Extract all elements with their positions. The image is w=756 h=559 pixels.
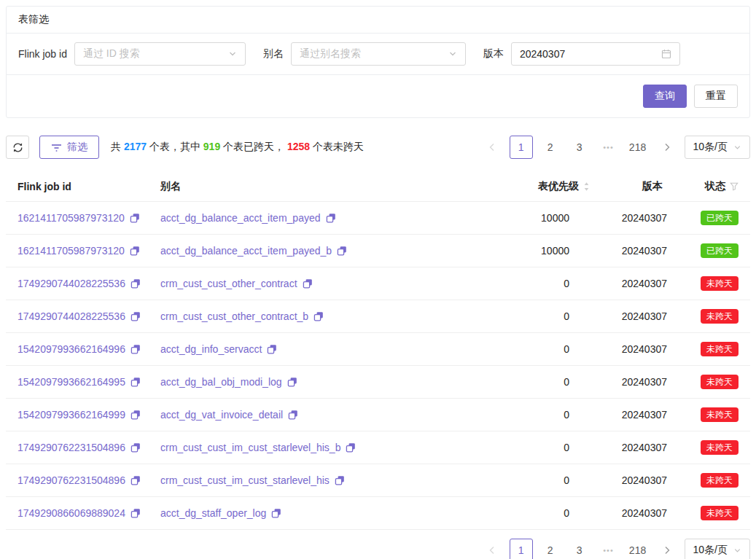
sort-carets-icon[interactable] xyxy=(583,181,590,192)
page-button-1[interactable]: 1 xyxy=(510,539,533,559)
job-id-link[interactable]: 1621411705987973120 xyxy=(17,212,125,224)
reset-button[interactable]: 重置 xyxy=(694,85,738,108)
copy-icon[interactable] xyxy=(303,278,313,289)
copy-icon[interactable] xyxy=(130,475,141,485)
col-header-alias: 别名 xyxy=(149,172,505,202)
copy-icon[interactable] xyxy=(130,344,141,354)
col-header-priority[interactable]: 表优先级 xyxy=(505,172,601,202)
priority-value: 0 xyxy=(505,366,601,399)
alias-link[interactable]: crm_cust_cust_other_contract_b xyxy=(160,310,308,322)
jobid-select[interactable]: 通过 ID 搜索 xyxy=(74,42,246,66)
alias-link[interactable]: acct_dg_info_servacct xyxy=(160,343,262,355)
copy-icon[interactable] xyxy=(130,377,141,387)
priority-value: 10000 xyxy=(505,202,601,235)
priority-value: 0 xyxy=(505,399,601,431)
status-badge: 未跨天 xyxy=(701,473,739,488)
copy-icon[interactable] xyxy=(287,377,297,387)
status-badge: 未跨天 xyxy=(701,506,739,520)
alias-link[interactable]: crm_cust_cust_other_contract xyxy=(160,278,297,289)
copy-icon[interactable] xyxy=(271,508,281,518)
priority-value: 0 xyxy=(505,333,601,366)
table-row: 1749290744028225536 crm_cust_cust_other_… xyxy=(6,300,750,333)
page-button-3[interactable]: 3 xyxy=(568,136,591,159)
version-date-input[interactable]: 20240307 xyxy=(511,42,680,66)
col-header-status[interactable]: 状态 xyxy=(674,172,750,202)
copy-icon[interactable] xyxy=(326,213,336,223)
page-size-select[interactable]: 10条/页 xyxy=(685,539,750,559)
priority-value: 10000 xyxy=(505,235,601,267)
page-button-2[interactable]: 2 xyxy=(539,136,562,159)
version-value: 20240307 xyxy=(601,267,674,300)
copy-icon[interactable] xyxy=(130,246,140,256)
tables-table: Flink job id 别名 表优先级 版本 状态 xyxy=(6,172,750,530)
refresh-button[interactable] xyxy=(6,136,29,159)
alias-link[interactable]: crm_cust_cust_im_cust_starlevel_his xyxy=(160,474,330,486)
job-id-link[interactable]: 1749290762231504896 xyxy=(17,442,125,453)
job-id-link[interactable]: 1621411705987973120 xyxy=(17,245,125,257)
table-row: 1749290744028225536 crm_cust_cust_other_… xyxy=(6,267,750,300)
search-button[interactable]: 查询 xyxy=(643,85,687,108)
priority-value: 0 xyxy=(505,497,601,530)
table-toolbar: 筛选 共 2177 个表，其中 919 个表已跨天， 1258 个表未跨天 1 … xyxy=(6,136,750,159)
alias-label: 别名 xyxy=(263,47,284,60)
table-row: 1749290762231504896 crm_cust_cust_im_cus… xyxy=(6,431,750,464)
filter-button[interactable]: 筛选 xyxy=(39,136,99,159)
copy-icon[interactable] xyxy=(130,311,141,321)
job-id-link[interactable]: 1749290762231504896 xyxy=(17,474,125,486)
alias-link[interactable]: crm_cust_cust_im_cust_starlevel_his_b xyxy=(160,442,340,453)
calendar-icon xyxy=(661,49,671,59)
job-id-link[interactable]: 1749290866069889024 xyxy=(17,507,125,519)
copy-icon[interactable] xyxy=(130,508,141,518)
job-id-link[interactable]: 1542097993662164999 xyxy=(17,409,125,421)
page-button-last[interactable]: 218 xyxy=(626,136,650,159)
alias-link[interactable]: acct_dg_bal_obj_modi_log xyxy=(160,376,282,388)
copy-icon[interactable] xyxy=(130,213,140,223)
copy-icon[interactable] xyxy=(313,311,324,321)
chevron-down-icon xyxy=(733,144,741,152)
funnel-filter-icon[interactable] xyxy=(730,182,739,191)
job-id-link[interactable]: 1542097993662164996 xyxy=(17,343,125,355)
chevron-down-icon xyxy=(228,50,237,58)
alias-link[interactable]: acct_dg_balance_acct_item_payed xyxy=(160,212,321,224)
version-value: 20240307 xyxy=(601,202,674,235)
pagination-bottom-wrap: 1 2 3 ••• 218 10条/页 xyxy=(6,539,750,559)
job-id-link[interactable]: 1749290744028225536 xyxy=(17,310,125,322)
alias-link[interactable]: acct_dg_vat_invoice_detail xyxy=(160,409,283,421)
job-id-link[interactable]: 1542097993662164995 xyxy=(17,376,125,388)
alias-select[interactable]: 通过别名搜索 xyxy=(291,42,466,66)
alias-link[interactable]: acct_dg_staff_oper_log xyxy=(160,507,266,519)
copy-icon[interactable] xyxy=(335,475,345,485)
alias-link[interactable]: acct_dg_balance_acct_item_payed_b xyxy=(160,245,332,257)
page-size-label: 10条/页 xyxy=(693,141,728,154)
version-value: 20240307 xyxy=(601,431,674,464)
copy-icon[interactable] xyxy=(337,246,347,256)
copy-icon[interactable] xyxy=(130,410,141,420)
version-value: 20240307 xyxy=(601,497,674,530)
status-badge: 未跨天 xyxy=(701,276,739,291)
summary-text: 共 xyxy=(111,141,124,152)
page-ellipsis: ••• xyxy=(597,539,620,559)
page-size-select[interactable]: 10条/页 xyxy=(685,136,750,159)
status-badge: 未跨天 xyxy=(701,309,739,324)
page-button-3[interactable]: 3 xyxy=(568,539,591,559)
copy-icon[interactable] xyxy=(267,344,277,354)
copy-icon[interactable] xyxy=(130,278,141,289)
summary-text: 个表，其中 xyxy=(147,141,203,152)
next-page-button[interactable] xyxy=(655,136,679,159)
job-id-link[interactable]: 1749290744028225536 xyxy=(17,278,125,289)
chevron-down-icon xyxy=(733,547,741,555)
table-row: 1749290866069889024 acct_dg_staff_oper_l… xyxy=(6,497,750,530)
prev-page-button[interactable] xyxy=(480,539,504,559)
prev-page-button[interactable] xyxy=(480,136,504,159)
copy-icon[interactable] xyxy=(288,410,298,420)
jobid-placeholder: 通过 ID 搜索 xyxy=(83,47,228,60)
filter-actions-row: 查询 重置 xyxy=(7,75,749,117)
copy-icon[interactable] xyxy=(346,442,356,453)
copy-icon[interactable] xyxy=(130,442,141,453)
next-page-button[interactable] xyxy=(655,539,679,559)
page-button-last[interactable]: 218 xyxy=(626,539,650,559)
version-value: 20240307 xyxy=(601,235,674,267)
page-button-2[interactable]: 2 xyxy=(539,539,562,559)
page-button-1[interactable]: 1 xyxy=(510,136,533,159)
priority-value: 0 xyxy=(505,300,601,333)
